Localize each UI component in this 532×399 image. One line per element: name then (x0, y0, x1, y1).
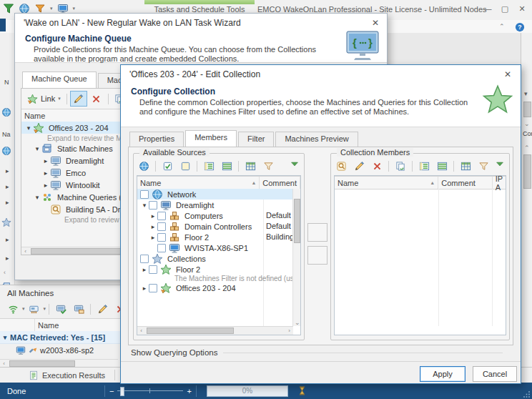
show-querying-options[interactable]: Show Querying Options (131, 348, 508, 357)
tree-row[interactable]: ▸Domain ControllersDefault con (137, 221, 293, 232)
delete-button[interactable] (88, 91, 105, 107)
bg-scroll-up-icon[interactable]: ⌃ (524, 144, 530, 152)
bg-hscroll-arrow-icon[interactable]: ‹ (4, 269, 6, 276)
tab-execution-results[interactable]: Execution Results (29, 370, 105, 380)
dropdown-caret-icon[interactable]: ▾ (44, 306, 46, 312)
indicator-column[interactable] (0, 319, 35, 331)
machine-row[interactable]: w2003-x86-sp2 (16, 344, 94, 356)
expander-icon[interactable]: ▸ (140, 266, 149, 273)
tab-machines-preview[interactable]: Machines Preview (275, 132, 358, 147)
list-rows-button[interactable] (200, 158, 217, 174)
expand-caret-icon[interactable] (291, 162, 298, 167)
bg-expander-icon[interactable]: ▸ (6, 183, 9, 190)
checkbox[interactable] (140, 190, 149, 199)
wifi-button[interactable] (4, 301, 21, 317)
monitor-card-button[interactable] (70, 301, 87, 317)
zoom-slider-thumb[interactable] (120, 387, 124, 396)
expander-icon[interactable]: ▾ (33, 194, 41, 201)
sources-hscrollbar[interactable]: ‹ › (137, 326, 293, 335)
tree-row[interactable]: ▸ComputersDefault con (137, 210, 293, 221)
check-on-button[interactable] (159, 158, 176, 174)
check-off-button[interactable] (177, 158, 194, 174)
tab-machine-queue[interactable]: Machine Queue (22, 72, 97, 89)
tree-row[interactable]: ▸Floor 2Building 5A (137, 232, 293, 242)
expander-icon[interactable]: ▾ (140, 202, 149, 209)
tree-row[interactable]: ▾Dreamlight (137, 200, 293, 210)
resize-grip[interactable] (523, 390, 531, 398)
wizard-close-icon[interactable]: ✕ (370, 17, 381, 29)
checkbox[interactable] (157, 244, 166, 252)
minimize-button[interactable]: — (479, 1, 496, 16)
bg-expander-icon[interactable]: ▸ (6, 255, 9, 262)
tree-row[interactable]: Network (137, 189, 293, 200)
tab-members[interactable]: Members (185, 130, 237, 147)
ip-address-column[interactable]: IP A (493, 177, 506, 189)
list-rows-button[interactable] (415, 158, 433, 174)
edit-pencil-button[interactable] (350, 158, 368, 174)
table-grid-button[interactable] (242, 158, 259, 174)
help-icon[interactable]: ? (515, 22, 525, 32)
globe-button[interactable] (135, 158, 152, 174)
expand-caret-icon[interactable] (496, 162, 503, 167)
add-member-button[interactable] (307, 223, 327, 242)
delete-x-button[interactable] (368, 158, 385, 174)
bg-expander-icon[interactable]: ▸ (6, 199, 9, 206)
qat-more-icon[interactable]: ▾ (73, 6, 76, 11)
maximize-button[interactable]: ▢ (496, 1, 513, 16)
apply-button[interactable]: Apply (420, 366, 466, 382)
copy-refresh-button[interactable] (392, 158, 409, 174)
edit-button[interactable] (70, 91, 87, 107)
edit-close-icon[interactable]: ✕ (502, 69, 513, 80)
expander-icon[interactable]: ▸ (149, 223, 157, 230)
bg-scrollbar-thumb[interactable] (523, 154, 531, 189)
expander-icon[interactable]: ▸ (41, 182, 50, 189)
tree-row[interactable]: ▸Offices 203 - 204 (137, 282, 293, 293)
checkbox[interactable] (149, 201, 157, 210)
expander-icon[interactable]: ▸ (149, 212, 157, 220)
checkbox[interactable] (140, 255, 149, 263)
qat-dropdown-icon[interactable]: ▾ (50, 6, 53, 11)
monitor-check-button[interactable] (52, 301, 69, 317)
expander-icon[interactable]: ▸ (41, 157, 50, 164)
cancel-button[interactable]: Cancel (473, 366, 517, 382)
nic-button[interactable] (26, 301, 43, 317)
edit-pencil-button[interactable] (94, 301, 111, 317)
comment-column[interactable]: Comment (438, 177, 493, 189)
close-button[interactable]: ✕ (513, 1, 531, 16)
bg-expander-icon[interactable]: ▸ (6, 236, 9, 243)
filter-funnel-button[interactable] (260, 158, 277, 174)
name-column[interactable]: Name▲ (335, 177, 438, 189)
checkbox[interactable] (149, 265, 157, 274)
tree-row[interactable]: WVISTA-X86-SP1 (137, 242, 293, 253)
checkbox[interactable] (157, 233, 166, 242)
expander-icon[interactable]: ▸ (140, 285, 149, 292)
name-column[interactable]: Name▲ (137, 177, 260, 189)
expander-icon[interactable]: ▾ (33, 145, 41, 152)
tab-filter[interactable]: Filter (238, 132, 274, 147)
expander-icon[interactable]: ▾ (24, 124, 33, 132)
ribbon-collapse-icon[interactable]: ⌃ (499, 23, 505, 30)
bg-dropdown-icon[interactable]: ▾ (524, 90, 528, 97)
expander-icon[interactable]: ▸ (149, 234, 157, 241)
dropdown-caret-icon[interactable]: ▾ (22, 306, 25, 312)
zoom-in-button[interactable]: + (187, 387, 191, 395)
tree-row[interactable]: ▸Floor 2 (137, 264, 293, 275)
tree-row[interactable]: Collections (137, 253, 293, 264)
checkbox[interactable] (149, 284, 157, 292)
checkbox[interactable] (157, 222, 166, 231)
expander-icon[interactable]: ▸ (41, 169, 50, 177)
filter-funnel-button[interactable] (475, 158, 492, 174)
query-button[interactable] (332, 158, 350, 174)
sources-vscrollbar[interactable]: ⌄ (292, 189, 300, 326)
checkbox[interactable] (157, 212, 166, 220)
zoom-slider[interactable]: − + (109, 387, 192, 395)
zoom-out-button[interactable]: − (109, 387, 114, 395)
list-rows2-button[interactable] (433, 158, 450, 174)
comment-column[interactable]: Comment (260, 177, 300, 189)
list-rows2-button[interactable] (218, 158, 235, 174)
link-button[interactable]: Link▾ (24, 92, 64, 106)
tab-properties[interactable]: Properties (129, 132, 184, 147)
table-grid-button[interactable] (457, 158, 474, 174)
bg-expander-icon[interactable]: ▸ (6, 167, 9, 174)
bg-chevron-icon[interactable]: ⌄ (524, 120, 530, 127)
